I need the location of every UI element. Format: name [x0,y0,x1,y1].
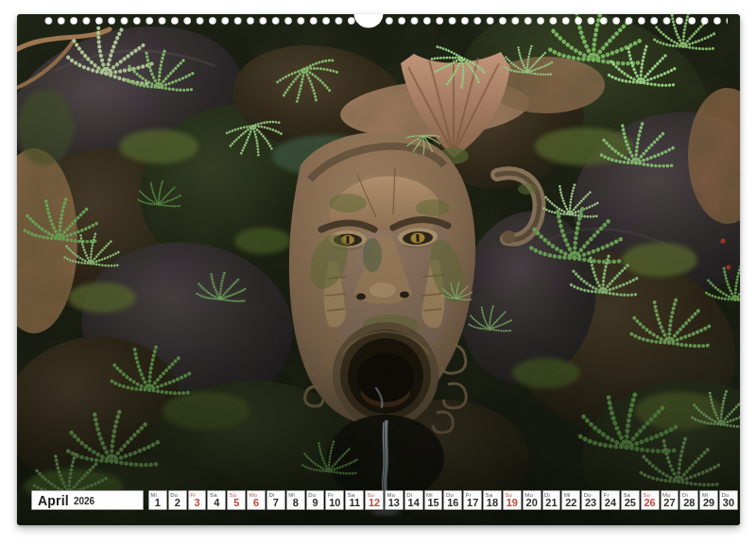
calendar-day-cell: Sa 11 [345,490,364,510]
calendar-day-cell: Mo 6 [247,490,266,510]
calendar-day-cell: Do 2 [168,490,187,510]
day-number: 3 [189,498,206,508]
calendar-day-cell: So 5 [227,490,246,510]
calendar-day-cell: Mi 1 [148,490,167,510]
calendar-day-cell: Mi 29 [699,490,718,510]
day-number: 29 [700,498,717,508]
calendar-day-cell: Do 23 [581,490,600,510]
calendar-product-photo: April 2026 Mi 1 Do 2 Fr [0,0,756,545]
day-number: 23 [582,498,599,508]
calendar-day-cell: Mo 20 [523,490,541,510]
calendar-day-cell: Mi 22 [561,490,580,510]
day-number: 22 [562,498,579,508]
photo-artwork [17,14,740,525]
calendar-day-cell: So 19 [503,490,522,510]
day-number: 10 [326,498,343,508]
calendar-day-cell: Di 7 [266,490,285,510]
calendar-day-cell: Sa 18 [483,490,502,510]
calendar-page: April 2026 Mi 1 Do 2 Fr [17,14,740,525]
day-number: 14 [405,498,422,508]
calendar-day-cell: Sa 25 [621,490,640,510]
day-number: 19 [504,498,521,508]
day-number: 25 [622,498,639,508]
day-number: 20 [524,498,541,508]
calendar-day-cell: Do 30 [719,490,738,510]
calendar-day-cell: Fr 3 [188,490,207,510]
day-number: 26 [642,498,659,508]
day-number: 9 [307,498,324,508]
day-number: 21 [543,498,560,508]
day-number: 16 [444,498,461,508]
month-name: April [38,493,69,508]
day-number: 24 [602,498,619,508]
calendar-day-cell: Sa 4 [207,490,226,510]
calendar-day-cell: Do 16 [443,490,462,510]
calendar-day-cell: Do 9 [306,490,325,510]
month-label-box: April 2026 [31,490,144,510]
calendar-day-cell: So 26 [641,490,660,510]
day-number: 17 [464,498,481,508]
year-label: 2026 [74,494,94,506]
binding-holes [42,14,728,27]
calendar-day-cell: Fr 10 [325,490,344,510]
day-number: 2 [169,498,186,508]
calendar-day-cell: Mi 15 [424,490,443,510]
day-number: 4 [208,498,225,508]
day-number: 6 [248,498,265,508]
day-number: 8 [287,498,304,508]
day-number: 27 [662,498,679,508]
day-number: 18 [484,498,501,508]
calendar-days-row: Mi 1 Do 2 Fr 3 Sa 4 [148,490,738,510]
calendar-day-cell: Fr 24 [601,490,620,510]
day-number: 13 [386,498,403,508]
calendar-day-cell: Mo 27 [661,490,679,510]
day-number: 5 [228,498,245,508]
calendar-day-cell: Mo 13 [385,490,404,510]
day-number: 7 [267,498,284,508]
day-number: 28 [680,498,697,508]
calendar-day-cell: So 12 [365,490,384,510]
day-number: 30 [720,498,737,508]
calendar-day-cell: Di 14 [404,490,423,510]
calendar-day-cell: Di 28 [679,490,698,510]
day-number: 11 [346,498,363,508]
day-number: 15 [425,498,442,508]
day-number: 12 [366,498,383,508]
day-number: 1 [149,498,166,508]
calendar-day-cell: Di 21 [542,490,561,510]
calendar-day-cell: Fr 17 [463,490,482,510]
calendar-day-cell: Mi 8 [286,490,305,510]
calendar-strip: April 2026 Mi 1 Do 2 Fr [17,490,740,510]
